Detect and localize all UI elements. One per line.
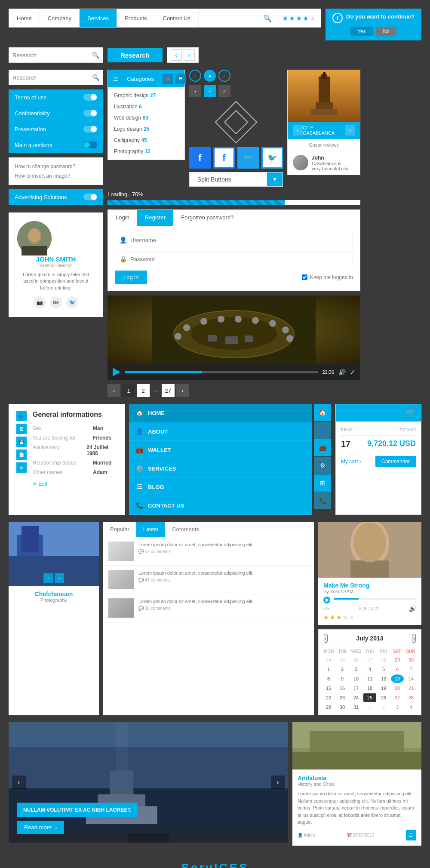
nav-icon-phone[interactable]: 📞	[314, 492, 331, 509]
cal-cell[interactable]: 28	[405, 693, 418, 702]
tab-login[interactable]: Login	[108, 210, 137, 226]
search-input-small[interactable]	[12, 74, 92, 81]
nav-menu-contact[interactable]: 📞 CONTACT US	[129, 496, 312, 515]
twitter-button-filled[interactable]: 🐦	[237, 147, 259, 169]
cal-cell[interactable]: 2	[377, 703, 390, 711]
city-next-button[interactable]: ›	[345, 125, 355, 135]
page-prev-button[interactable]: ‹	[108, 384, 120, 397]
cal-cell[interactable]: 14	[405, 674, 418, 683]
cal-cell[interactable]: 5	[377, 665, 390, 674]
cal-cell[interactable]: 22	[322, 693, 335, 702]
photo-next-button[interactable]: ›	[55, 573, 64, 583]
edit-link[interactable]: ✏ Edit	[33, 481, 47, 487]
behance-icon[interactable]: Bé	[50, 296, 62, 308]
nav-company[interactable]: Company	[40, 9, 80, 27]
circle-icon-1[interactable]: ○	[189, 70, 201, 82]
hero-next-button[interactable]: ›	[271, 776, 285, 789]
cat-item-1[interactable]: Illustration 6	[108, 101, 184, 112]
cal-cell[interactable]: 30	[336, 703, 349, 711]
page-27[interactable]: 27	[162, 384, 175, 397]
tab-forgotten-password[interactable]: Forgotten password?	[173, 210, 241, 226]
cat-item-5[interactable]: Photography 12	[108, 146, 184, 157]
cal-next-button[interactable]: ›	[412, 634, 416, 643]
play-button[interactable]	[113, 368, 120, 376]
research-tab[interactable]: Research	[108, 48, 163, 62]
page-next-button[interactable]: ›	[176, 384, 189, 397]
nav-icon-gear[interactable]: ⚙	[314, 457, 331, 474]
cal-highlighted[interactable]: 25	[363, 693, 376, 702]
video-progress[interactable]	[125, 371, 318, 373]
toggle-main-questions[interactable]: Main questions	[9, 137, 103, 153]
nav-contact[interactable]: Contact Us	[155, 9, 199, 27]
cat-bookmark-icon[interactable]: 🔖	[163, 74, 173, 84]
cal-cell[interactable]: 3	[350, 665, 362, 674]
article-menu-button[interactable]: ☰	[406, 830, 416, 840]
tab-register[interactable]: Register	[137, 210, 173, 226]
toggle-presentation[interactable]: Presentation	[9, 121, 103, 137]
cal-cell[interactable]: 4	[363, 665, 376, 674]
cal-cell[interactable]: 23	[336, 693, 349, 702]
cal-cell[interactable]: 1	[363, 703, 376, 711]
faq-item-1[interactable]: How to change password?	[15, 162, 97, 171]
cal-cell[interactable]: 28	[377, 656, 390, 664]
split-button-label[interactable]: Split Buttons	[190, 172, 267, 186]
cal-cell[interactable]: 25	[336, 656, 349, 664]
cal-cell[interactable]: 26	[377, 693, 390, 702]
cal-cell[interactable]: 7	[405, 665, 418, 674]
faq-item-2[interactable]: How to insert an image?	[15, 171, 97, 181]
cal-cell[interactable]: 20	[391, 684, 404, 693]
volume-icon[interactable]: 🔊	[338, 369, 346, 376]
cal-cell[interactable]: 17	[350, 684, 362, 693]
toggle-terms-switch[interactable]	[83, 94, 97, 101]
square-icon-2[interactable]: ▪	[204, 85, 216, 97]
search-input-large[interactable]	[12, 52, 92, 58]
cal-today[interactable]: 13	[391, 674, 404, 683]
toggle-terms[interactable]: Terms of use	[9, 89, 103, 105]
my-cart-link[interactable]: My cart ›	[341, 459, 361, 465]
nav-menu-about[interactable]: 👤 ABOUT	[129, 422, 312, 441]
cal-cell[interactable]: 27	[391, 693, 404, 702]
cat-item-0[interactable]: Graphic design 27	[108, 90, 184, 101]
nav-icon-briefcase[interactable]: 💼	[314, 439, 331, 456]
cal-cell[interactable]: 2	[336, 665, 349, 674]
circle-icon-2[interactable]: ●	[204, 70, 216, 82]
nav-products[interactable]: Products	[117, 9, 155, 27]
cal-cell[interactable]: 24	[350, 693, 362, 702]
hero-readmore-button[interactable]: Read more ›	[17, 821, 64, 834]
nav-home[interactable]: Home	[9, 9, 40, 27]
split-button-dropdown[interactable]: ▼	[267, 172, 283, 186]
page-1[interactable]: 1	[122, 384, 135, 397]
cal-cell[interactable]: 8	[322, 674, 335, 683]
music-play-button[interactable]	[323, 597, 330, 603]
cat-item-2[interactable]: Web design 63	[108, 112, 184, 123]
cat-item-3[interactable]: Logo design 25	[108, 123, 184, 135]
nav-icon-grid[interactable]: ⊞	[314, 474, 331, 492]
cal-cell[interactable]: 31	[350, 703, 362, 711]
advertising-toggle[interactable]	[83, 194, 97, 200]
tab-popular[interactable]: Popular	[103, 522, 136, 537]
toggle-presentation-switch[interactable]	[83, 126, 97, 132]
instagram-icon[interactable]: 📷	[34, 296, 46, 308]
facebook-button-outline[interactable]: f	[213, 147, 235, 169]
nav-icon-person[interactable]: 👤	[314, 422, 331, 439]
cal-cell[interactable]: 9	[336, 674, 349, 683]
cal-cell[interactable]: 4	[405, 703, 418, 711]
cal-cell[interactable]: 29	[391, 656, 404, 664]
facebook-button-filled[interactable]: f	[189, 147, 211, 169]
tab-comments[interactable]: Comments	[165, 522, 206, 537]
toggle-confidentiality[interactable]: Confidentiality	[9, 105, 103, 121]
keep-logged-checkbox[interactable]	[302, 274, 307, 280]
music-progress[interactable]	[334, 598, 416, 600]
cal-cell[interactable]: 3	[391, 703, 404, 711]
username-input[interactable]	[130, 237, 348, 243]
login-button[interactable]: Log in	[115, 271, 147, 284]
cal-cell[interactable]: 21	[405, 684, 418, 693]
city-prev-button[interactable]: ‹	[293, 125, 303, 135]
square-icon-1[interactable]: ▪	[189, 85, 201, 97]
twitter-icon[interactable]: 🐦	[66, 296, 78, 308]
nav-menu-home[interactable]: 🏠 HOME	[129, 404, 312, 422]
alert-yes-button[interactable]: Yes	[350, 27, 373, 36]
next-arrow-button[interactable]: ›	[184, 49, 195, 61]
music-volume-icon[interactable]: 🔊	[409, 605, 416, 612]
fullscreen-icon[interactable]: ⤢	[350, 369, 355, 376]
